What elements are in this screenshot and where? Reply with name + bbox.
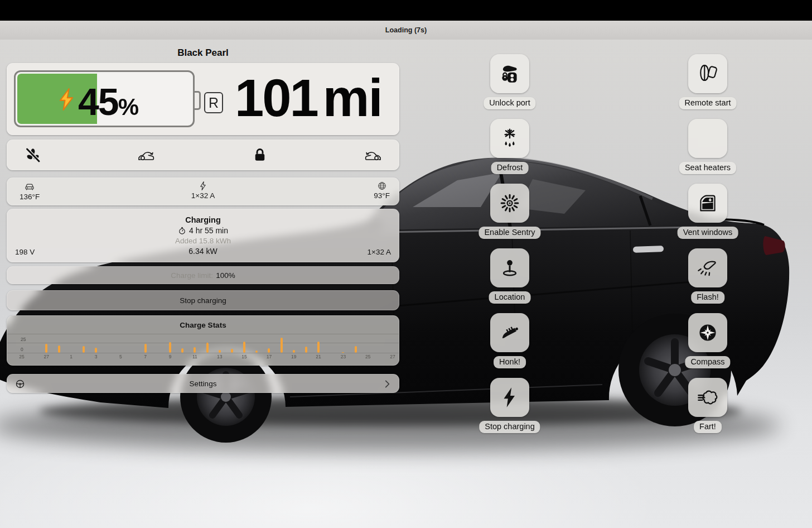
chart-bar-day-14 [231,349,233,353]
bolt-filled-icon [499,386,521,409]
chart-xtick: 9 [169,354,172,359]
fart-icon [697,386,719,409]
vent-window-icon [697,192,719,214]
outside-temp-value: 93°F [374,191,390,200]
climate-status-panel[interactable]: 136°F 1×32 A 93°F [7,177,399,205]
chart-xtick: 17 [267,354,272,359]
charge-current-value: 1×32 A [191,191,215,200]
chart-xtick: 7 [144,354,147,359]
charging-added: Added 15.8 kWh [7,237,399,245]
frunk-button[interactable] [134,143,158,167]
horn-icon [499,321,521,344]
chart-bar-day-2 [83,346,85,353]
app-window: Loading (7s) [0,0,812,528]
charge-port-icon [499,63,521,85]
remote-start-label: Remote start [679,97,737,109]
chart-xtick: 5 [119,354,122,359]
settings-label: Settings [190,380,217,388]
chevron-right-icon [382,379,392,389]
chart-bar-day-23 [342,352,344,353]
headlight-icon [697,257,719,279]
battery-panel[interactable]: 45% R 101mi [7,63,399,135]
gridline-25 [7,343,399,343]
chart-xtick: 27 [390,354,395,359]
vehicle-name: Black Pearl [7,47,399,59]
charging-time-value: 4 hr 55 min [189,226,228,235]
gridline-top [7,334,399,334]
ytick-25: 25 [21,337,26,342]
climate-fan-off-button[interactable] [21,143,45,167]
lock-button[interactable] [248,143,272,167]
charge-limit-value: 100% [216,271,235,280]
charging-current: 1×32 A [368,248,391,256]
chart-bar-day-28 [58,345,60,353]
chart-xtick: 11 [192,354,197,359]
charging-title: Charging [7,215,399,224]
trunk-icon [365,147,381,164]
chart-xtick: 25 [365,354,370,359]
stop-charging-button[interactable] [490,378,529,417]
stop-charging-row[interactable]: Stop charging [7,290,399,310]
remote-start-button[interactable] [688,54,727,93]
globe-icon [377,181,387,191]
chart-xtick: 15 [241,354,246,359]
chart-bar-day-18 [281,338,283,353]
location-button[interactable] [490,248,529,287]
seat-heater-icon [697,127,719,150]
compass-button[interactable] [688,313,727,352]
charge-limit-label: Charge limit: [171,271,213,280]
timer-icon [178,227,186,235]
stop-charging-label: Stop charging [479,421,540,433]
enable-sentry-button[interactable] [490,184,529,223]
trunk-button[interactable] [361,143,385,167]
charging-panel: Charging 4 hr 55 min Added 15.8 kWh 6.34… [7,209,399,262]
charge-limit-row[interactable]: Charge limit: 100% [7,266,399,284]
chart-xtick: 1 [70,354,72,359]
chart-xtick: 19 [291,354,296,359]
gridline-0 [7,353,399,353]
flash-label: Flash! [691,291,724,304]
chart-xtick: 27 [44,354,49,359]
charge-stats-panel: Charge Stats 25 0 2527135791113151719212… [7,315,399,366]
chart-bar-day-24 [355,346,357,353]
fart-button[interactable] [688,378,727,417]
chart-xtick: 23 [341,354,346,359]
unlock-port-button[interactable] [490,54,529,93]
defrost-label: Defrost [491,162,529,174]
chart-bar-day-17 [268,348,270,353]
flash-button[interactable] [688,248,727,287]
chart-xtick: 13 [217,354,222,359]
chart-xtick: 25 [19,354,24,359]
fan-off-icon [25,147,41,164]
steering-wheel-icon [15,379,25,389]
vent-windows-button[interactable] [688,184,727,223]
quick-actions-panel [7,140,399,170]
charge-stats-title: Charge Stats [7,321,399,329]
chart-bar-day-9 [169,342,171,353]
frunk-icon [138,147,154,164]
bolt-icon [198,181,208,191]
seat-heaters-button[interactable] [688,119,727,158]
location-icon [499,257,521,279]
chart-bar-day-15 [243,342,245,353]
charging-time: 4 hr 55 min [7,226,399,235]
window-titlebar: Loading (7s) [0,21,812,40]
chart-bar-day-12 [206,343,209,353]
stop-charging-label: Stop charging [180,296,226,305]
unlock-port-label: Unlock port [484,97,535,109]
seat-heaters-label: Seat heaters [679,162,736,174]
settings-row[interactable]: Settings [7,374,399,393]
main-stage: Black Pearl 45% R 101mi 136°F 1×32 A [0,40,812,528]
enable-sentry-label: Enable Sentry [478,227,540,239]
defrost-icon [499,127,521,150]
chart-xtick: 3 [95,354,98,359]
honk-button[interactable] [490,313,529,352]
outside-temp-group: 93°F [374,181,390,200]
charge-current-group: 1×32 A [7,181,399,200]
key-fob-icon [697,63,719,85]
chart-bar-day-21 [317,342,320,353]
fart-label: Fart! [694,421,722,433]
battery-terminal [193,91,201,110]
battery-percent: 45% [78,80,139,123]
defrost-button[interactable] [490,119,529,158]
